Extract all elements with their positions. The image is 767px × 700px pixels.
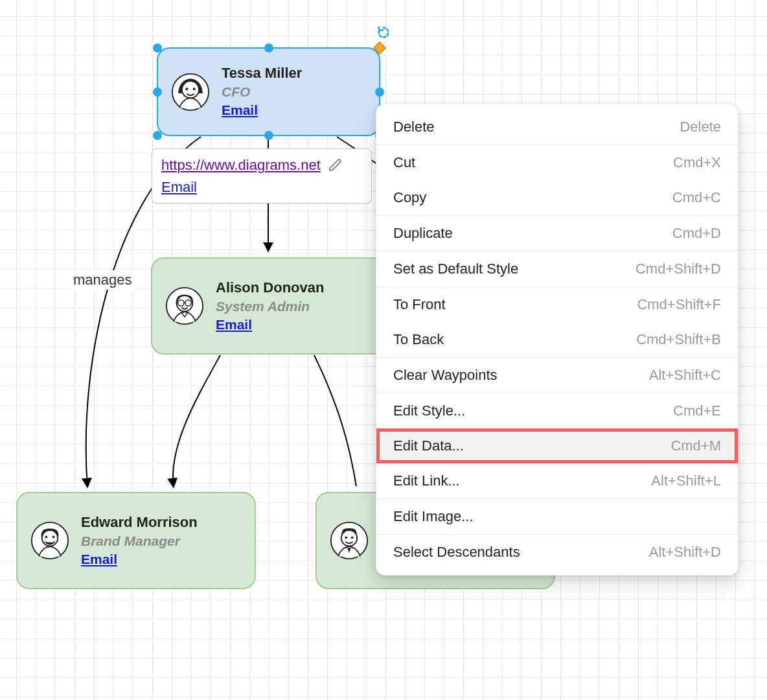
node-role: System Admin <box>216 298 324 316</box>
menu-item-delete[interactable]: Delete Delete <box>376 110 738 145</box>
selection-handle[interactable] <box>153 88 162 97</box>
edge-label-manages[interactable]: manages <box>69 270 136 290</box>
node-name: Tessa Miller <box>222 64 302 83</box>
menu-label: Set as Default Style <box>393 261 518 277</box>
tooltip-url-link[interactable]: https://www.diagrams.net <box>161 156 321 175</box>
selection-handle[interactable] <box>153 43 162 52</box>
menu-shortcut: Cmd+D <box>672 225 721 242</box>
menu-item-to-front[interactable]: To Front Cmd+Shift+F <box>376 287 738 322</box>
menu-label: Edit Style... <box>393 402 465 419</box>
node-name: Edward Morrison <box>81 513 198 532</box>
menu-shortcut: Cmd+X <box>673 154 721 171</box>
node-name: Alison Donovan <box>216 278 324 298</box>
node-email-link[interactable]: Email <box>222 101 302 119</box>
menu-shortcut: Delete <box>680 119 721 135</box>
menu-shortcut: Cmd+Shift+D <box>635 261 721 277</box>
tooltip-email-link[interactable]: Email <box>161 178 362 197</box>
menu-label: To Back <box>393 331 444 348</box>
selection-handle[interactable] <box>153 131 162 140</box>
avatar-icon <box>330 521 369 560</box>
menu-item-select-descendants[interactable]: Select Descendants Alt+Shift+D <box>376 535 738 570</box>
svg-point-12 <box>52 536 55 539</box>
menu-item-default-style[interactable]: Set as Default Style Cmd+Shift+D <box>376 251 738 286</box>
menu-shortcut: Cmd+E <box>673 402 721 419</box>
menu-item-duplicate[interactable]: Duplicate Cmd+D <box>376 216 738 251</box>
menu-item-edit-link[interactable]: Edit Link... Alt+Shift+L <box>376 463 738 498</box>
menu-shortcut: Alt+Shift+D <box>649 544 721 561</box>
menu-item-copy[interactable]: Copy Cmd+C <box>376 180 738 215</box>
avatar-icon <box>30 521 69 560</box>
menu-label: Cut <box>393 154 415 171</box>
selection-handle[interactable] <box>264 43 273 52</box>
menu-item-to-back[interactable]: To Back Cmd+Shift+B <box>376 322 738 357</box>
menu-label: Select Descendants <box>393 544 520 561</box>
menu-shortcut: Cmd+Shift+B <box>636 331 721 348</box>
menu-item-clear-waypoints[interactable]: Clear Waypoints Alt+Shift+C <box>376 358 738 393</box>
rotate-handle-icon[interactable] <box>376 25 391 40</box>
selection-handle[interactable] <box>375 88 384 97</box>
menu-shortcut: Alt+Shift+L <box>651 472 721 489</box>
menu-label: To Front <box>393 296 446 313</box>
node-tessa[interactable]: Tessa Miller CFO Email <box>157 47 380 136</box>
node-role: Brand Manager <box>81 532 198 550</box>
menu-shortcut: Cmd+C <box>672 189 721 206</box>
svg-point-2 <box>185 88 188 90</box>
avatar-icon <box>171 73 210 111</box>
menu-label: Delete <box>393 119 435 135</box>
link-tooltip: https://www.diagrams.net Email <box>152 148 372 204</box>
menu-item-edit-style[interactable]: Edit Style... Cmd+E <box>376 393 738 428</box>
menu-item-edit-data[interactable]: Edit Data... Cmd+M <box>376 428 738 463</box>
menu-label: Edit Data... <box>393 438 464 454</box>
menu-label: Copy <box>393 189 426 206</box>
node-email-link[interactable]: Email <box>216 316 324 334</box>
context-menu: Delete Delete Cut Cmd+X Copy Cmd+C Dupli… <box>376 104 738 576</box>
avatar-icon <box>165 286 204 325</box>
selection-handle[interactable] <box>264 131 273 140</box>
menu-item-edit-image[interactable]: Edit Image... <box>376 499 738 534</box>
svg-point-16 <box>351 536 354 539</box>
node-role: CFO <box>222 83 302 101</box>
svg-point-11 <box>45 536 48 539</box>
pencil-icon[interactable] <box>328 158 343 172</box>
menu-label: Duplicate <box>393 225 453 242</box>
menu-label: Edit Link... <box>393 472 460 489</box>
node-edward[interactable]: Edward Morrison Brand Manager Email <box>16 492 256 589</box>
menu-shortcut: Cmd+Shift+F <box>637 296 721 313</box>
menu-label: Edit Image... <box>393 508 474 525</box>
node-email-link[interactable]: Email <box>81 550 198 568</box>
menu-shortcut: Cmd+M <box>670 438 721 454</box>
menu-shortcut: Alt+Shift+C <box>649 367 721 384</box>
menu-label: Clear Waypoints <box>393 367 498 384</box>
node-alison[interactable]: Alison Donovan System Admin Email <box>151 257 386 355</box>
menu-item-cut[interactable]: Cut Cmd+X <box>376 145 738 180</box>
svg-point-15 <box>345 536 347 539</box>
svg-point-3 <box>193 88 196 90</box>
